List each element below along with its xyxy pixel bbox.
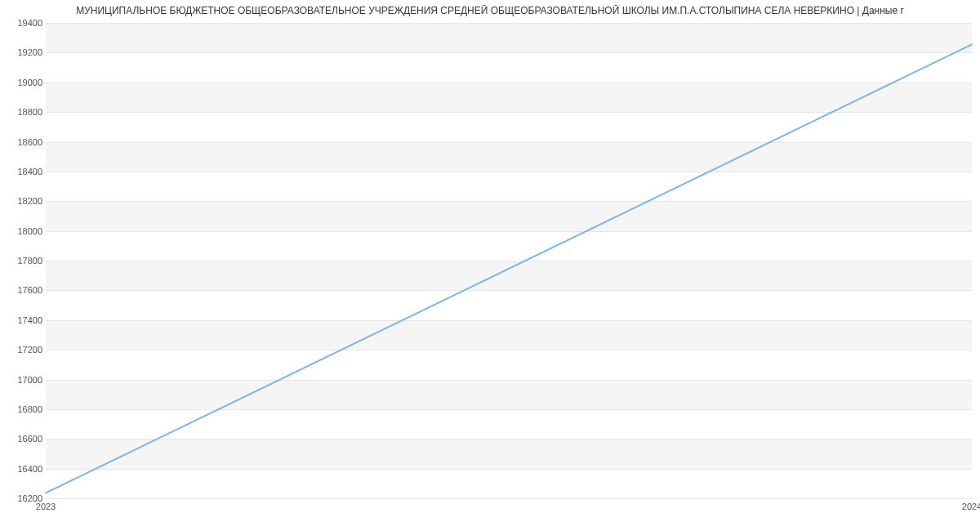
y-tick-label: 16600 xyxy=(17,434,42,444)
y-tick-label: 18600 xyxy=(17,137,42,147)
y-tick-label: 19200 xyxy=(17,47,42,57)
y-tick-label: 18400 xyxy=(17,167,42,176)
chart-svg xyxy=(46,23,972,498)
y-tick-label: 18200 xyxy=(17,196,42,206)
y-tick-label: 16800 xyxy=(17,404,42,414)
chart-title: МУНИЦИПАЛЬНОЕ БЮДЖЕТНОЕ ОБЩЕОБРАЗОВАТЕЛЬ… xyxy=(0,5,980,16)
chart-container: МУНИЦИПАЛЬНОЕ БЮДЖЕТНОЕ ОБЩЕОБРАЗОВАТЕЛЬ… xyxy=(0,0,980,531)
y-tick-label: 18000 xyxy=(17,226,42,236)
y-tick-label: 19000 xyxy=(17,78,42,87)
y-tick-label: 19400 xyxy=(17,18,42,28)
plot-area xyxy=(46,23,972,498)
y-tick-label: 18800 xyxy=(17,107,42,117)
y-tick-label: 17400 xyxy=(17,315,42,325)
y-tick-label: 17600 xyxy=(17,285,42,295)
y-tick-label: 16400 xyxy=(17,464,42,474)
y-tick-label: 17200 xyxy=(17,345,42,355)
x-tick-label: 2024 xyxy=(962,502,980,511)
x-tick-label: 2023 xyxy=(36,502,56,511)
series-line xyxy=(46,44,972,493)
y-tick-label: 17000 xyxy=(17,375,42,385)
grid-line xyxy=(46,498,972,499)
y-tick-label: 17800 xyxy=(17,256,42,266)
